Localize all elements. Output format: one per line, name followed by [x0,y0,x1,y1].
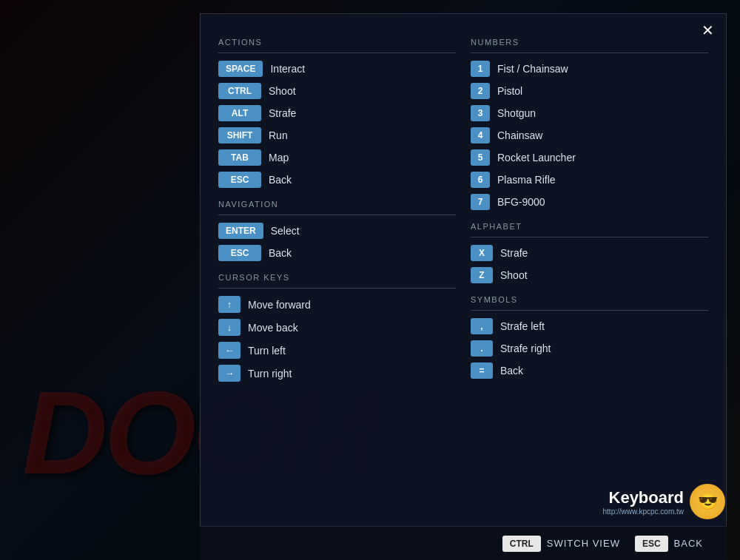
action-row-shift: SHIFT Run [218,127,456,144]
action-move-back: Move back [248,322,298,334]
num-row-6: 6 Plasma Rifle [471,172,708,188]
key-shift: SHIFT [218,127,261,144]
numbers-divider [471,53,708,53]
arrow-right: → [218,365,240,382]
num-row-1: 1 Fist / Chainsaw [471,61,708,77]
bottom-esc-action: BACK [674,538,703,549]
action-nav-back: Back [269,247,292,259]
cursor-row-left: ← Turn left [218,342,456,359]
columns-container: ACTIONS SPACE Interact CTRL Shoot ALT St… [218,35,708,388]
num-row-7: 7 BFG-9000 [471,194,708,210]
sym-row-equals: = Back [471,362,708,379]
action-move-forward: Move forward [248,299,311,311]
action-strafe-right: Strafe right [500,343,551,354]
numbers-section-title: NUMBERS [471,38,708,47]
alphabet-divider [471,237,708,237]
close-button[interactable]: ✕ [702,23,714,38]
action-chainsaw: Chainsaw [497,129,542,141]
action-rocket-launcher: Rocket Launcher [497,152,576,163]
watermark-text: Keyboard http://www.kpcpc.com.tw [603,488,684,516]
action-interact: Interact [270,63,305,75]
key-ctrl-shoot: CTRL [218,83,261,99]
alpha-row-z: Z Shoot [471,267,708,283]
left-column: ACTIONS SPACE Interact CTRL Shoot ALT St… [218,35,456,388]
action-row-alt: ALT Strafe [218,105,456,121]
key-3: 3 [471,105,490,121]
arrow-up: ↑ [218,296,240,313]
nav-row-esc: ESC Back [218,245,456,261]
num-row-2: 2 Pistol [471,83,708,99]
action-select: Select [271,225,300,237]
key-period: . [471,340,493,357]
cursor-row-down: ↓ Move back [218,319,456,336]
cursor-divider [218,288,456,289]
action-shotgun: Shotgun [497,107,536,119]
arrow-left: ← [218,342,240,359]
action-plasma-rifle: Plasma Rifle [497,174,556,186]
alpha-row-x: X Strafe [471,245,708,261]
arrow-down: ↓ [218,319,240,336]
key-comma: , [471,318,493,334]
action-shoot: Shoot [269,85,296,97]
key-esc-nav: ESC [218,245,261,261]
symbols-section-title: SYMBOLS [471,295,708,304]
action-bfg9000: BFG-9000 [497,196,545,208]
alphabet-section-title: ALPHABET [471,222,708,231]
cursor-section-title: CURSOR KEYS [218,273,456,282]
cursor-row-up: ↑ Move forward [218,296,456,313]
action-row-esc: ESC Back [218,172,456,188]
key-1: 1 [471,61,490,77]
action-sym-back: Back [500,365,523,377]
key-5: 5 [471,149,490,166]
action-pistol: Pistol [497,85,522,97]
action-turn-left: Turn left [248,345,286,357]
action-map: Map [269,152,289,163]
actions-section-title: ACTIONS [218,38,456,47]
key-4: 4 [471,127,490,144]
keybindings-modal: ✕ ACTIONS SPACE Interact CTRL Shoot ALT … [200,13,727,547]
num-row-5: 5 Rocket Launcher [471,149,708,166]
action-back: Back [269,174,292,186]
nav-row-enter: ENTER Select [218,223,456,239]
navigation-divider [218,215,456,215]
action-strafe: Strafe [269,107,296,119]
key-equals: = [471,362,493,379]
key-space: SPACE [218,61,263,77]
action-row-ctrl: CTRL Shoot [218,83,456,99]
key-alt: ALT [218,105,261,121]
watermark-url: http://www.kpcpc.com.tw [603,507,684,516]
actions-divider [218,53,456,53]
key-7: 7 [471,194,490,210]
action-strafe-left: Strafe left [500,320,545,332]
num-row-3: 3 Shotgun [471,105,708,121]
action-row-space: SPACE Interact [218,61,456,77]
action-row-tab: TAB Map [218,149,456,166]
sym-row-comma: , Strafe left [471,318,708,334]
navigation-section-title: NAVIGATION [218,200,456,209]
action-run: Run [269,129,288,141]
key-tab: TAB [218,149,261,166]
action-z-shoot: Shoot [500,269,528,281]
symbols-divider [471,310,708,311]
bottom-esc-key: ESC [635,536,668,552]
sym-row-period: . Strafe right [471,340,708,357]
bottom-ctrl-key: CTRL [502,536,541,552]
key-x: X [471,245,493,261]
key-6: 6 [471,172,490,188]
key-2: 2 [471,83,490,99]
watermark: Keyboard http://www.kpcpc.com.tw 😎 [603,484,725,519]
right-column: NUMBERS 1 Fist / Chainsaw 2 Pistol 3 Sho… [471,35,708,388]
key-z: Z [471,267,493,283]
watermark-title: Keyboard [603,488,684,507]
key-esc-back: ESC [218,172,261,188]
action-x-strafe: Strafe [500,247,528,259]
bottom-ctrl-action: SWITCH VIEW [547,538,620,549]
cursor-row-right: → Turn right [218,365,456,382]
num-row-4: 4 Chainsaw [471,127,708,144]
action-turn-right: Turn right [248,368,292,379]
key-enter: ENTER [218,223,263,239]
watermark-icon: 😎 [690,484,725,519]
action-fist-chainsaw: Fist / Chainsaw [497,63,568,75]
bottom-bar: CTRL SWITCH VIEW ESC BACK [200,526,727,560]
